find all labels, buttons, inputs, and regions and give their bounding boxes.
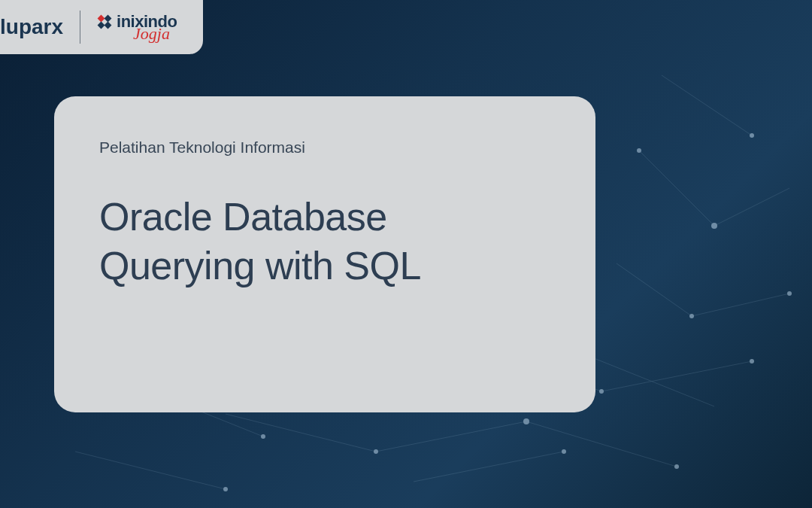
card-title: Oracle Database Querying with SQL: [99, 193, 550, 291]
svg-rect-35: [105, 15, 112, 23]
svg-point-25: [689, 314, 694, 318]
logo-inixindo: inixindo Jogja: [80, 12, 177, 42]
svg-line-14: [662, 75, 752, 135]
svg-point-27: [261, 434, 265, 439]
svg-point-21: [374, 449, 378, 454]
svg-point-29: [750, 133, 754, 138]
svg-line-3: [601, 361, 752, 391]
svg-point-26: [637, 148, 641, 153]
logo-eduparx-text: luparx: [0, 15, 63, 39]
card-subtitle: Pelatihan Teknologi Informasi: [99, 138, 550, 157]
svg-point-33: [787, 291, 792, 296]
svg-rect-36: [98, 22, 105, 29]
svg-line-16: [414, 452, 564, 482]
svg-point-30: [223, 487, 228, 491]
svg-rect-34: [98, 15, 105, 23]
svg-point-31: [562, 449, 566, 454]
svg-line-8: [714, 188, 789, 226]
svg-point-20: [750, 359, 754, 364]
logo-eduparx: luparx: [0, 15, 80, 39]
svg-line-10: [692, 294, 789, 316]
svg-point-24: [711, 223, 717, 229]
inixindo-mark-icon: [97, 14, 112, 29]
svg-line-6: [526, 421, 677, 467]
svg-line-7: [639, 151, 714, 226]
svg-point-23: [674, 464, 679, 469]
svg-point-19: [599, 389, 604, 394]
card-title-line-1: Oracle Database: [99, 195, 387, 239]
svg-line-5: [376, 421, 526, 452]
svg-line-4: [226, 414, 376, 452]
logo-panel: luparx inixindo Jogja: [0, 0, 203, 54]
svg-line-15: [75, 452, 226, 489]
svg-line-9: [617, 263, 692, 316]
content-card: Pelatihan Teknologi Informasi Oracle Dat…: [54, 96, 595, 412]
svg-rect-37: [105, 22, 112, 29]
svg-point-22: [523, 418, 529, 424]
logo-jogja-text: Jogja: [133, 26, 170, 42]
card-title-line-2: Querying with SQL: [99, 244, 421, 287]
